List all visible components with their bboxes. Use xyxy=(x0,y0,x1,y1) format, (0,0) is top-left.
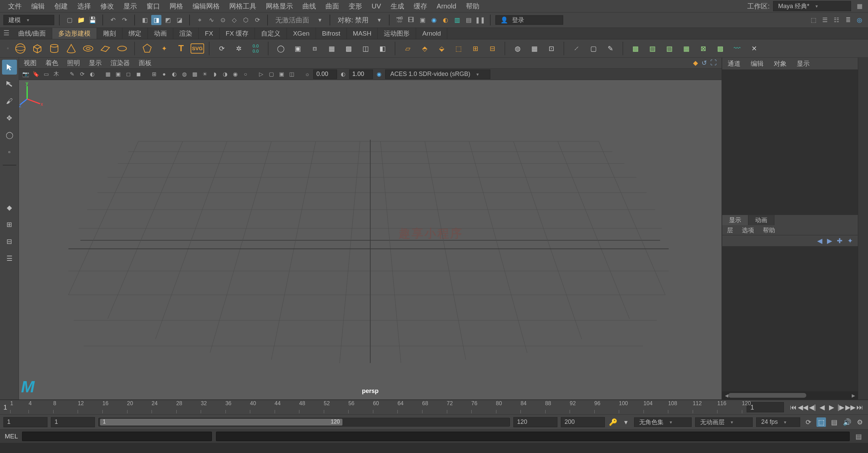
uv-cut-icon[interactable]: ⊠ xyxy=(696,41,711,56)
ao-icon[interactable]: ◑ xyxy=(221,70,229,78)
bridge-icon[interactable]: ▩ xyxy=(341,41,356,56)
shelf-tab-13[interactable]: Arnold xyxy=(416,28,447,39)
multi-cut-icon[interactable]: ⬙ xyxy=(434,41,449,56)
shelf-menu-icon[interactable]: ☰ xyxy=(2,28,11,38)
menu-create[interactable]: 创建 xyxy=(50,0,73,12)
loop-icon[interactable]: ⟳ xyxy=(804,417,813,427)
construction-plane-icon[interactable]: ✲ xyxy=(231,41,246,56)
xray-active-icon[interactable]: ▣ xyxy=(277,70,285,78)
shelf-tab-6[interactable]: FX xyxy=(199,28,219,39)
gate-mask-icon[interactable]: ◼ xyxy=(134,70,142,78)
menu-mesh-tools[interactable]: 网格工具 xyxy=(224,0,261,12)
polycylinder-icon[interactable] xyxy=(47,41,62,56)
xray-joints-icon[interactable]: ▢ xyxy=(267,70,275,78)
layout-four-icon[interactable]: ⊞ xyxy=(2,217,17,232)
menu-mesh-display[interactable]: 网格显示 xyxy=(261,0,298,12)
workspace-layout-icon[interactable]: ▦ xyxy=(854,1,865,11)
camera-select-icon[interactable]: 📷 xyxy=(22,70,30,78)
fps-dropdown[interactable]: 24 fps xyxy=(756,417,800,427)
snap-point-icon[interactable]: ⊙ xyxy=(218,15,228,25)
uv-auto-icon[interactable]: ▦ xyxy=(679,41,694,56)
type-tool-icon[interactable]: T xyxy=(174,41,189,56)
film-gate-icon[interactable]: ▣ xyxy=(114,70,122,78)
insert-edge-icon[interactable]: ⬘ xyxy=(417,41,432,56)
shelf-tab-12[interactable]: 运动图形 xyxy=(378,28,416,39)
play-back-icon[interactable]: ◀ xyxy=(817,402,827,412)
shelf-tab-8[interactable]: 自定义 xyxy=(255,28,287,39)
current-frame-field[interactable]: 1 xyxy=(747,402,784,412)
2d-pan-icon[interactable]: ⽊ xyxy=(52,70,60,78)
shelf-tab-10[interactable]: Bifrost xyxy=(316,28,347,39)
command-input[interactable] xyxy=(22,432,212,441)
rotate-tool[interactable]: ◯ xyxy=(2,127,17,142)
menu-curves[interactable]: 曲线 xyxy=(298,0,321,12)
layer-move-down-icon[interactable]: ▶ xyxy=(827,237,832,245)
select-mask-icon[interactable]: ◪ xyxy=(174,15,184,25)
menu-edit[interactable]: 编辑 xyxy=(26,0,50,12)
smooth-icon[interactable]: ◍ xyxy=(510,41,525,56)
uv-planar-icon[interactable]: ▩ xyxy=(628,41,643,56)
redo-icon[interactable]: ↷ xyxy=(119,15,130,25)
layout-two-icon[interactable]: ⊟ xyxy=(2,234,17,249)
grid-icon[interactable]: ▦ xyxy=(104,70,112,78)
light-editor-icon[interactable]: ▥ xyxy=(452,15,462,25)
polysphere-icon[interactable] xyxy=(13,41,28,56)
select-by-hierarchy-icon[interactable]: ◧ xyxy=(140,15,150,25)
layer-list[interactable] xyxy=(722,246,858,391)
menu-file[interactable]: 文件 xyxy=(3,0,26,12)
exposure-field[interactable]: 0.00 xyxy=(313,70,337,79)
shelf-tab-7[interactable]: FX 缓存 xyxy=(220,28,255,39)
soft-select-numeric-icon[interactable]: 0.00.0 xyxy=(248,41,263,56)
view-transform-dropdown[interactable]: ACES 1.0 SDR-video (sRGB) xyxy=(385,70,490,79)
wire-on-shaded-icon[interactable]: ◍ xyxy=(180,70,189,78)
go-end-icon[interactable]: ⏭ xyxy=(855,402,865,412)
anim-layer-dropdown[interactable]: 无动画层 xyxy=(695,417,753,427)
toggle-hud-icon[interactable]: ☰ xyxy=(820,15,830,25)
connect-icon[interactable]: ⊞ xyxy=(468,41,483,56)
superellipse-icon[interactable]: ✦ xyxy=(157,41,172,56)
sculpt-icon[interactable]: ▢ xyxy=(586,41,601,56)
layout-single-icon[interactable]: ◆ xyxy=(2,200,17,215)
step-fwd-icon[interactable]: |▶ xyxy=(836,402,846,412)
gamma-field[interactable]: 1.00 xyxy=(349,70,373,79)
anim-start-field[interactable]: 1 xyxy=(3,417,47,427)
color-mgmt-icon[interactable]: ◉ xyxy=(375,70,383,78)
camera-bookmark-icon[interactable]: ↺ xyxy=(702,59,707,67)
new-scene-icon[interactable]: ▢ xyxy=(64,15,75,25)
module-selector[interactable]: 建模 xyxy=(3,15,54,25)
key-tick-dropdown-icon[interactable]: ▾ xyxy=(621,417,631,427)
new-layer-icon[interactable]: ✚ xyxy=(837,237,843,245)
panel-menu-renderer[interactable]: 渲染器 xyxy=(111,59,130,67)
character-set-dropdown[interactable]: 无角色集 xyxy=(634,417,692,427)
uv-unfold-icon[interactable]: 〰 xyxy=(730,41,745,56)
sweep-mesh-icon[interactable]: ⟳ xyxy=(214,41,229,56)
playback-toggle-icon[interactable]: ▤ xyxy=(829,417,839,427)
textured-icon[interactable]: ▩ xyxy=(191,70,199,78)
resolution-gate-icon[interactable]: ◻ xyxy=(124,70,132,78)
use-lights-icon[interactable]: ☀ xyxy=(201,70,209,78)
panel-menu-show[interactable]: 显示 xyxy=(89,59,102,67)
uv-layout-icon[interactable]: ✕ xyxy=(747,41,762,56)
shelf-tab-1[interactable]: 多边形建模 xyxy=(52,28,97,39)
script-lang-label[interactable]: MEL xyxy=(5,433,18,440)
panel-menu-view[interactable]: 视图 xyxy=(24,59,37,67)
layer-menu-options[interactable]: 选项 xyxy=(742,226,754,234)
uv-spherical-icon[interactable]: ▧ xyxy=(662,41,677,56)
prefs-icon[interactable]: ⚙ xyxy=(855,417,865,427)
render-settings-icon[interactable]: ◉ xyxy=(429,15,439,25)
mirror-icon[interactable]: ⟋ xyxy=(569,41,584,56)
step-back-icon[interactable]: ◀| xyxy=(808,402,817,412)
undo-icon[interactable]: ↶ xyxy=(108,15,118,25)
uv-cylindrical-icon[interactable]: ▨ xyxy=(645,41,660,56)
live-surface-dropdown-icon[interactable]: ▾ xyxy=(315,15,325,25)
play-fwd-icon[interactable]: ▶ xyxy=(827,402,836,412)
menu-deform[interactable]: 变形 xyxy=(344,0,367,12)
panel-menu-shading[interactable]: 着色 xyxy=(45,59,58,67)
image-plane-icon[interactable]: ▭ xyxy=(42,70,50,78)
snap-curve-icon[interactable]: ∿ xyxy=(206,15,216,25)
panel-menu-panels[interactable]: 面板 xyxy=(139,59,152,67)
use-default-mat-icon[interactable]: ◐ xyxy=(170,70,178,78)
target-weld-icon[interactable]: ⬚ xyxy=(451,41,466,56)
ghosting-icon[interactable]: ⟳ xyxy=(78,70,86,78)
maximize-panel-icon[interactable]: ⛶ xyxy=(710,59,717,67)
